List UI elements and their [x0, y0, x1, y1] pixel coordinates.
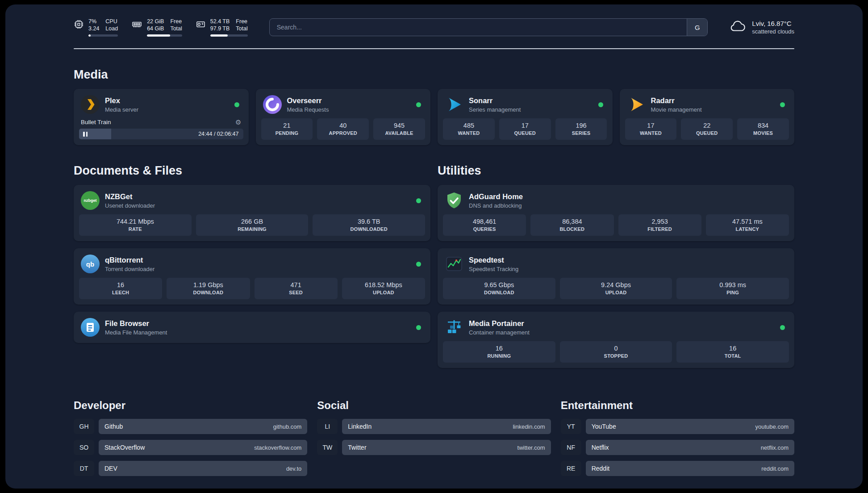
search-provider-button[interactable]: G	[687, 19, 707, 36]
stat-queued: 17 QUEUED	[499, 118, 551, 140]
status-dot	[598, 102, 603, 107]
stat-label: LEECH	[81, 290, 160, 295]
app-name: NZBGet	[105, 192, 155, 201]
stat-value: 0	[562, 345, 671, 352]
stat-downloaded: 39.6 TB DOWNLOADED	[313, 214, 425, 236]
memory-ram-icon	[131, 18, 142, 31]
stat-pending: 21 PENDING	[261, 118, 313, 140]
app-subtitle: Speedtest Tracking	[469, 266, 518, 272]
memory-usage-bar	[147, 34, 182, 37]
stat-value: 485	[445, 122, 493, 129]
filebrowser-card[interactable]: File Browser Media File Management	[74, 312, 430, 343]
playback-progress-bar[interactable]: 24:44 / 02:06:47	[79, 129, 243, 139]
search-input[interactable]	[270, 19, 687, 36]
utilities-column: Utilities AdGuard	[438, 145, 794, 375]
stat-value: 834	[739, 122, 787, 129]
pause-icon[interactable]	[83, 132, 88, 137]
stat-leech: 16 LEECH	[79, 278, 162, 299]
plex-card[interactable]: Plex Media server Bullet Train ⚙ 24:44 /…	[74, 89, 249, 145]
stat-label: WANTED	[445, 130, 493, 136]
bookmark-youtube[interactable]: YT YouTube youtube.com	[561, 419, 794, 434]
adguard-card[interactable]: AdGuard Home DNS and adblocking 498,461 …	[438, 185, 794, 241]
stat-label: SERIES	[557, 130, 605, 136]
memory-stat-group: 22 GiB 64 GiB Free Total	[131, 18, 182, 37]
bookmark-group-entertainment: Entertainment YT YouTube youtube.com NF …	[561, 399, 794, 482]
widget-settings-gear-icon[interactable]: ⚙	[235, 119, 241, 125]
stat-label: RATE	[81, 226, 190, 232]
status-dot	[416, 102, 421, 107]
stat-wanted: 485 WANTED	[443, 118, 495, 140]
bookmark-github[interactable]: GH Github github.com	[74, 419, 307, 434]
stat-queries: 498,461 QUERIES	[443, 214, 526, 236]
bookmark-netflix[interactable]: NF Netflix netflix.com	[561, 440, 794, 455]
overseerr-card[interactable]: Overseerr Media Requests 21 PENDING 40 A…	[256, 89, 431, 145]
bookmark-abbr: RE	[561, 461, 581, 476]
bookmark-group-developer: Developer GH Github github.com SO StackO…	[74, 399, 307, 482]
stat-value: 17	[501, 122, 549, 129]
nzbget-card[interactable]: nzbget NZBGet Usenet downloader 744.21 M…	[74, 185, 430, 241]
bookmark-name: Netflix	[592, 444, 609, 451]
stat-series: 196 SERIES	[555, 118, 607, 140]
status-dot	[234, 102, 239, 107]
playback-time: 24:44 / 02:06:47	[198, 131, 238, 137]
app-subtitle: Series management	[469, 106, 521, 113]
stat-remaining: 266 GB REMAINING	[196, 214, 309, 236]
stat-value: 16	[678, 345, 787, 352]
app-name: AdGuard Home	[469, 192, 523, 201]
bookmark-name: StackOverflow	[104, 444, 145, 451]
app-name: Media Portainer	[469, 319, 530, 328]
cloud-icon	[729, 19, 746, 35]
stat-movies: 834 MOVIES	[737, 118, 789, 140]
nzbget-icon: nzbget	[81, 191, 100, 210]
stat-value: 945	[375, 122, 423, 129]
speedtest-card[interactable]: Speedtest Speedtest Tracking 9.65 Gbps D…	[438, 248, 794, 305]
stat-ping: 0.993 ms PING	[676, 278, 789, 299]
stat-approved: 40 APPROVED	[317, 118, 369, 140]
portainer-card[interactable]: Media Portainer Container management 16 …	[438, 312, 794, 368]
stat-value: 86,384	[532, 218, 612, 225]
stat-label: QUEUED	[683, 130, 731, 136]
memory-total-label: Total	[170, 25, 182, 32]
weather-condition: scattered clouds	[752, 28, 794, 35]
weather-location: Lviv, 16.87°C	[752, 20, 794, 27]
section-title-utilities: Utilities	[438, 164, 794, 178]
stat-upload: 618.52 Mbps UPLOAD	[342, 278, 425, 299]
cpu-label: CPU	[105, 18, 118, 25]
cpu-percent: 7%	[88, 18, 99, 25]
bookmark-reddit[interactable]: RE Reddit reddit.com	[561, 461, 794, 476]
cpu-chip-icon	[74, 18, 84, 31]
stat-label: MOVIES	[739, 130, 787, 136]
stat-value: 17	[627, 122, 675, 129]
bookmark-group-title: Entertainment	[561, 399, 794, 412]
cpu-load-label: Load	[105, 25, 118, 32]
adguard-shield-icon	[445, 191, 463, 210]
stat-value: 22	[683, 122, 731, 129]
bookmark-url: twitter.com	[517, 444, 545, 451]
disk-free-value: 52.4 TB	[210, 18, 230, 25]
portainer-crane-icon	[445, 318, 463, 337]
stat-value: 498,461	[445, 218, 524, 225]
app-name: Speedtest	[469, 256, 518, 264]
bookmark-name: DEV	[104, 465, 117, 472]
radarr-card[interactable]: Radarr Movie management 17 WANTED 22 QUE…	[620, 89, 795, 145]
qbittorrent-card[interactable]: qb qBittorrent Torrent downloader 16 LEE…	[74, 248, 430, 305]
stat-label: AVAILABLE	[375, 130, 423, 136]
memory-total-value: 64 GiB	[147, 25, 164, 32]
bookmark-twitter[interactable]: TW Twitter twitter.com	[317, 440, 551, 455]
app-subtitle: Movie management	[651, 106, 702, 113]
stat-label: QUEUED	[501, 130, 549, 136]
disk-drive-icon	[196, 18, 206, 31]
now-playing-title: Bullet Train	[81, 119, 111, 125]
bookmark-abbr: YT	[561, 419, 581, 434]
bookmark-name: LinkedIn	[348, 423, 371, 430]
stat-value: 618.52 Mbps	[344, 281, 423, 288]
cpu-load-value: 3.24	[88, 25, 99, 32]
stat-label: APPROVED	[319, 130, 367, 136]
bookmark-dev[interactable]: DT DEV dev.to	[74, 461, 307, 476]
sonarr-card[interactable]: Sonarr Series management 485 WANTED 17 Q…	[438, 89, 613, 145]
bookmark-url: dev.to	[286, 465, 301, 472]
disk-total-label: Total	[236, 25, 247, 32]
bookmark-stackoverflow[interactable]: SO StackOverflow stackoverflow.com	[74, 440, 307, 455]
bookmark-linkedin[interactable]: LI LinkedIn linkedin.com	[317, 419, 551, 434]
stat-seed: 471 SEED	[255, 278, 338, 299]
